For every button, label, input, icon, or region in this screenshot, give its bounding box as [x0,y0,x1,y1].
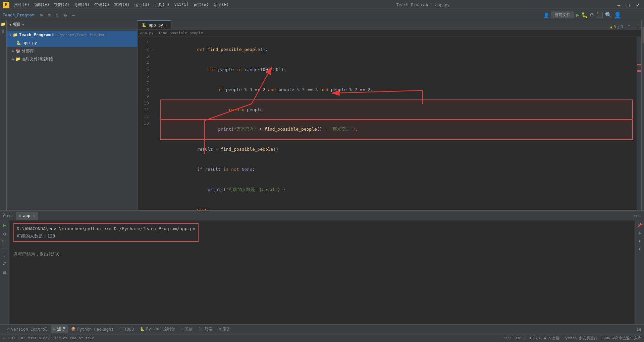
expand2-icon[interactable]: ⬆ [636,238,643,245]
status-position[interactable]: 13:1 [503,336,512,340]
tree-item-tempfiles[interactable]: ▶ 📁 临时文件和控制台 [7,55,137,63]
terminal-label: 终端 [205,326,213,332]
expand-icon[interactable]: ⌃ [626,24,633,29]
stop-icon[interactable]: ⬛ [1,239,8,246]
list-icon[interactable]: ≡ [46,11,53,19]
bottom-tab-pyconsole[interactable]: 🐍 Python 控制台 [137,325,178,333]
collapse2-icon[interactable]: ⬇ [636,246,643,253]
search-icon[interactable]: 🔍 [605,12,612,18]
tempfiles-arrow-icon: ▶ [12,57,14,61]
run-green-icon[interactable]: ▶ [1,222,8,228]
status-warning-text: ⚠ PEP 8: W391 blank line at end of file [8,336,94,340]
code-line-5: print("万某只有" + find_possible_people() + … [160,119,633,139]
tab-close-icon[interactable]: ✕ [165,23,167,27]
pin-icon[interactable]: 📌 [636,222,643,228]
editor-tab-bar: 🐍 app.py ✕ ▲ 3 △ 3 ⌃ ⋮ [138,20,641,29]
sidebar-folders-icon[interactable]: 📁 [1,21,6,27]
code-line-4: return people [160,100,633,120]
menu-code[interactable]: 代码(C) [92,1,112,8]
run-button[interactable]: ▶ [576,12,579,18]
collapse-icon[interactable]: — [70,11,77,19]
app-icon: P [3,2,9,8]
bottom-settings-icon[interactable]: ⚙ [634,213,637,218]
maximize-button[interactable]: □ [625,1,632,9]
bottom-tab-vcs[interactable]: ⎇ Version Control [3,325,50,333]
menu-window[interactable]: 窗口(W) [192,1,211,8]
py-file-icon: 🐍 [16,41,21,45]
print-icon[interactable]: 🖨 [1,260,8,267]
bottom-tab-pypkgs[interactable]: 📦 Python Packages [68,325,116,333]
settings-icon[interactable]: ⚙ [62,11,69,19]
bottom-tab-terminal[interactable]: ⬛ 终端 [196,325,215,333]
editor-warnings: ▲ 3 △ 3 [607,25,626,29]
menu-help[interactable]: 帮助(H) [212,1,231,8]
delete-icon[interactable]: 🗑 [1,269,8,276]
todo-label: TODO [124,327,134,332]
editor-tab-apppy[interactable]: 🐍 app.py ✕ [138,20,171,29]
project-panel: ▼ 项目 ▼ ▼ 📁 Teach_Program D:\Pycharm\Teac… [7,20,138,210]
breadcrumb-sep: › [155,31,157,35]
bottom-tab-run[interactable]: ▶ 运行 [51,325,68,333]
status-spaces[interactable]: 4 个空格 [544,336,559,341]
editor-right-panel [637,37,641,210]
menu-nav[interactable]: 导航(N) [72,1,92,8]
debug-button[interactable]: 🐛 [581,12,588,18]
bottom-tab-app[interactable]: ▶ app ✕ [16,212,38,220]
console-container: ▶ ⚙ ⬛ ⇩ 🖨 🗑 D:\ANACONDA\envs\xiaochen\py… [0,220,644,324]
window-controls: — □ ✕ [615,1,641,9]
extlibs-label: 外部库 [22,48,34,54]
services-label: 服务 [222,326,230,332]
todo-icon: ☰ [119,327,123,331]
close-button[interactable]: ✕ [634,1,641,9]
console-output-area: D:\ANACONDA\envs\xiaochen\python.exe D:/… [9,220,635,324]
bottom-minimize-icon[interactable]: — [639,213,641,218]
sort-icon[interactable]: ⇅ [54,11,61,19]
status-crlf[interactable]: CRLF [516,336,525,340]
window-title: Teach_Program - app.py [231,3,615,7]
problems-icon: ⚠ [181,327,183,331]
add-icon[interactable]: ⊕ [38,11,45,19]
console-left-icons: ▶ ⚙ ⬛ ⇩ 🖨 🗑 [0,220,9,324]
code-editor[interactable]: 12345678910111213 ▷ [138,37,641,210]
run-tab-label: app [23,213,30,218]
more-icon[interactable]: ⋮ [633,24,641,29]
services-icon: ⚙ [219,327,221,331]
tree-item-apppy[interactable]: 🐍 app.py [7,39,137,47]
root-label: Teach_Program [19,32,51,37]
tab-py-icon: 🐍 [142,23,147,27]
menu-view[interactable]: 视图(V) [52,1,71,8]
bottom-tab-services[interactable]: ⚙ 服务 [216,325,233,333]
root-path: D:\Pycharm\Teach_Program [52,33,105,37]
code-content[interactable]: def find_possible_people(): for people i… [156,37,637,210]
avatar-icon[interactable]: 👤 [614,11,621,18]
menu-file[interactable]: 文件(F) [12,1,32,8]
sidebar-db-icon[interactable]: ⊞ [1,29,6,34]
run-tab-close-icon[interactable]: ✕ [33,214,35,217]
bottom-tab-todo[interactable]: ☰ TODO [117,325,137,333]
menu-refactor[interactable]: 重构(R) [112,1,131,8]
tree-root[interactable]: ▼ 📁 Teach_Program D:\Pycharm\Teach_Progr… [7,31,137,39]
bottom-tab-problems[interactable]: ⚠ 问题 [178,325,196,333]
menu-tools[interactable]: 工具(T) [152,1,172,8]
filter-icon[interactable]: ⚙ [636,230,643,236]
stop-button[interactable]: ⬛ [596,12,603,18]
settings2-icon[interactable]: ⚙ [1,230,8,237]
problems-label: 问题 [184,326,193,332]
more-run-icon[interactable]: ⟳ [590,12,594,18]
gutter-col: ▷ [151,37,156,210]
menu-vcs[interactable]: VCS(S) [172,1,191,8]
minimap-scrollbar [641,20,644,210]
bottom-panel: 运行: ▶ app ✕ ⚙ — ▶ ⚙ ⬛ ⇩ 🖨 [0,210,644,324]
code-line-9: print(f"可能的人数是：{result}") [160,180,633,200]
minimize-button[interactable]: — [615,1,623,9]
status-encoding[interactable]: UTF-8 [529,336,540,340]
tree-item-extlibs[interactable]: ▶ 📚 外部库 [7,47,137,55]
secondary-toolbar: Teach_Program ⊕ ≡ ⇅ ⚙ — 👤 当前文件 ▶ 🐛 ⟳ ⬛ 🔍… [0,10,644,20]
menu-edit[interactable]: 编辑(E) [32,1,52,8]
menu-run[interactable]: 运行(U) [132,1,152,8]
vcs-label: Version Control [11,327,47,332]
scroll-down-icon[interactable]: ⇩ [1,252,8,258]
info-triangle-icon: △ [617,25,620,29]
run-config-label[interactable]: 当前文件 [551,11,574,18]
status-warning-icon: ⚠ [3,336,5,340]
